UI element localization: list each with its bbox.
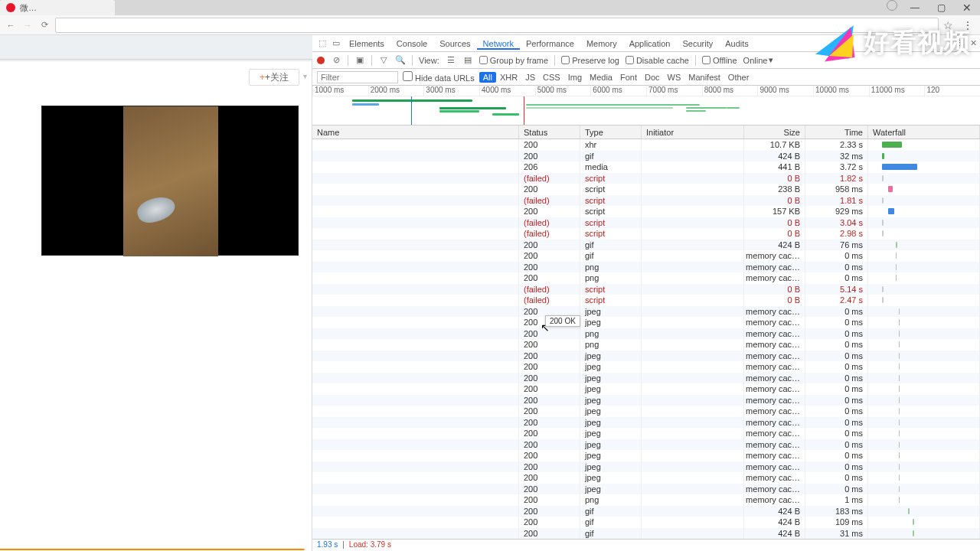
- network-grid-header[interactable]: Name Status Type Initiator Size Time Wat…: [312, 126, 980, 139]
- device-toggle-icon[interactable]: ▭: [329, 38, 343, 48]
- chevron-down-icon[interactable]: ▾: [303, 72, 307, 80]
- network-request-row[interactable]: 200png(from memory cac…1 ms: [312, 494, 980, 506]
- view-detail-icon[interactable]: ▤: [462, 55, 473, 66]
- devtools-tab-performance[interactable]: Performance: [520, 39, 580, 48]
- reload-icon[interactable]: ⟳: [38, 19, 51, 31]
- network-request-row[interactable]: 200jpeg(from memory cac…0 ms: [312, 350, 980, 362]
- filter-toggle-icon[interactable]: ▽: [378, 55, 389, 66]
- network-request-row[interactable]: 200jpeg(from memory cac…0 ms: [312, 484, 980, 495]
- browser-tab[interactable]: 微…: [0, 0, 115, 15]
- filter-chip-manifest[interactable]: Manifest: [684, 72, 724, 83]
- filter-chip-xhr[interactable]: XHR: [496, 72, 521, 83]
- col-size[interactable]: Size: [744, 126, 805, 139]
- network-request-row[interactable]: 200jpeg(from memory cac…0 ms: [312, 439, 980, 451]
- network-request-row[interactable]: 200gif(from memory cac…0 ms: [312, 250, 980, 262]
- network-request-row[interactable]: 200script157 KB929 ms: [312, 206, 980, 217]
- back-icon[interactable]: ←: [5, 19, 17, 31]
- filter-chip-doc[interactable]: Doc: [641, 72, 664, 83]
- network-request-row[interactable]: 200jpeg(from memory cac…0 ms: [312, 461, 980, 473]
- network-request-row[interactable]: 200jpeg(from memory cac…0 ms: [312, 373, 980, 384]
- filter-chip-js[interactable]: JS: [521, 72, 539, 83]
- col-waterfall[interactable]: Waterfall: [868, 126, 980, 139]
- network-request-row[interactable]: 200jpeg(from memory cac…0 ms: [312, 472, 980, 484]
- filter-chip-img[interactable]: Img: [564, 72, 586, 83]
- network-request-row[interactable]: 200jpeg(from memory cac…0 ms: [312, 417, 980, 429]
- devtools-tab-sources[interactable]: Sources: [433, 39, 476, 48]
- timeline-tick: 1000 ms: [312, 86, 368, 96]
- filter-chip-media[interactable]: Media: [586, 72, 616, 83]
- devtools-menu-icon[interactable]: ⋮: [952, 38, 966, 48]
- network-request-row[interactable]: (failed)script0 B2.47 s: [312, 295, 980, 306]
- view-large-icon[interactable]: ☰: [446, 55, 456, 66]
- network-request-row[interactable]: 200jpeg(from memory cac…0 ms: [312, 406, 980, 417]
- col-name[interactable]: Name: [312, 126, 519, 139]
- inspect-icon[interactable]: ⬚: [315, 38, 329, 48]
- network-request-row[interactable]: 200png(from memory cac…0 ms: [312, 272, 980, 284]
- disable-cache-checkbox[interactable]: Disable cache: [626, 56, 689, 65]
- page-content-pane: 视频 发现 游 ++关注 ▾: [0, 35, 312, 551]
- devtools-tab-audits[interactable]: Audits: [719, 39, 755, 48]
- clear-icon[interactable]: ⊘: [331, 55, 341, 66]
- network-request-row[interactable]: 200gif424 B31 ms: [312, 528, 980, 540]
- network-request-row[interactable]: 200gif424 B109 ms: [312, 517, 980, 528]
- col-type[interactable]: Type: [580, 126, 642, 139]
- network-request-row[interactable]: 200png(from memory cac…0 ms: [312, 328, 980, 340]
- network-request-row[interactable]: 200jpeg(from memory cac…0 ms: [312, 428, 980, 439]
- window-close-button[interactable]: ✕: [954, 0, 980, 15]
- network-request-row[interactable]: 206media441 B3.72 s: [312, 161, 980, 173]
- omnibox-input[interactable]: [55, 18, 939, 33]
- network-request-rows[interactable]: 200xhr10.7 KB2.33 s200gif424 B32 ms206me…: [312, 139, 980, 539]
- capture-screenshot-icon[interactable]: ▣: [354, 55, 365, 66]
- throttling-dropdown[interactable]: Online ▾: [743, 55, 774, 65]
- network-request-row[interactable]: 200xhr10.7 KB2.33 s: [312, 139, 980, 151]
- col-initiator[interactable]: Initiator: [642, 126, 744, 139]
- devtools-tab-network[interactable]: Network: [477, 39, 520, 50]
- hide-data-urls-checkbox[interactable]: Hide data URLs: [403, 71, 475, 83]
- network-request-row[interactable]: (failed)script0 B5.14 s: [312, 284, 980, 295]
- network-request-row[interactable]: 200script238 B958 ms: [312, 184, 980, 195]
- network-request-row[interactable]: (failed)script0 B1.82 s: [312, 173, 980, 184]
- col-status[interactable]: Status: [519, 126, 580, 139]
- record-button[interactable]: [317, 57, 325, 64]
- filter-chip-ws[interactable]: WS: [664, 72, 685, 83]
- profile-avatar-icon[interactable]: [887, 0, 897, 11]
- filter-chip-all[interactable]: All: [479, 72, 496, 83]
- video-player[interactable]: [41, 106, 299, 256]
- network-request-row[interactable]: (failed)script0 B2.98 s: [312, 228, 980, 240]
- preserve-log-checkbox[interactable]: Preserve log: [561, 56, 619, 65]
- network-request-row[interactable]: 200jpeg(from memory cac…0 ms: [312, 395, 980, 406]
- devtools-tab-console[interactable]: Console: [390, 39, 433, 48]
- follow-button[interactable]: ++关注: [249, 69, 299, 86]
- filter-chip-other[interactable]: Other: [724, 72, 753, 83]
- forward-icon[interactable]: →: [21, 19, 34, 31]
- chrome-menu-icon[interactable]: ⋮: [960, 19, 975, 31]
- network-request-row[interactable]: (failed)script0 B3.04 s: [312, 217, 980, 229]
- window-maximize-button[interactable]: ▢: [928, 0, 954, 15]
- devtools-tab-elements[interactable]: Elements: [343, 39, 390, 48]
- devtools-tab-memory[interactable]: Memory: [580, 39, 623, 48]
- offline-checkbox[interactable]: Offline: [702, 56, 737, 65]
- network-timeline[interactable]: 1000 ms2000 ms3000 ms4000 ms5000 ms6000 …: [312, 86, 980, 126]
- network-request-row[interactable]: 200jpeg(from memory cac…0 ms: [312, 306, 980, 318]
- col-time[interactable]: Time: [805, 126, 868, 139]
- network-request-row[interactable]: 200gif424 B183 ms: [312, 506, 980, 517]
- filter-input[interactable]: [317, 71, 398, 83]
- devtools-tab-application[interactable]: Application: [623, 39, 677, 48]
- search-icon[interactable]: 🔍: [395, 55, 406, 66]
- network-request-row[interactable]: 200png(from memory cac…0 ms: [312, 262, 980, 273]
- network-request-row[interactable]: 200jpeg(from memory cac…0 ms: [312, 317, 980, 328]
- network-request-row[interactable]: 200png(from memory cac…0 ms: [312, 339, 980, 350]
- network-request-row[interactable]: 200jpeg(from memory cac…0 ms: [312, 361, 980, 373]
- filter-chip-font[interactable]: Font: [616, 72, 641, 83]
- bookmark-star-icon[interactable]: ☆: [943, 19, 956, 31]
- devtools-close-icon[interactable]: ✕: [966, 38, 980, 48]
- window-minimize-button[interactable]: —: [902, 0, 928, 15]
- network-request-row[interactable]: (failed)script0 B1.81 s: [312, 195, 980, 207]
- filter-chip-css[interactable]: CSS: [539, 72, 564, 83]
- group-by-frame-checkbox[interactable]: Group by frame: [479, 56, 548, 65]
- network-request-row[interactable]: 200jpeg(from memory cac…0 ms: [312, 450, 980, 461]
- network-request-row[interactable]: 200gif424 B76 ms: [312, 240, 980, 251]
- devtools-tab-security[interactable]: Security: [676, 39, 719, 48]
- network-request-row[interactable]: 200gif424 B32 ms: [312, 151, 980, 162]
- network-request-row[interactable]: 200jpeg(from memory cac…0 ms: [312, 383, 980, 395]
